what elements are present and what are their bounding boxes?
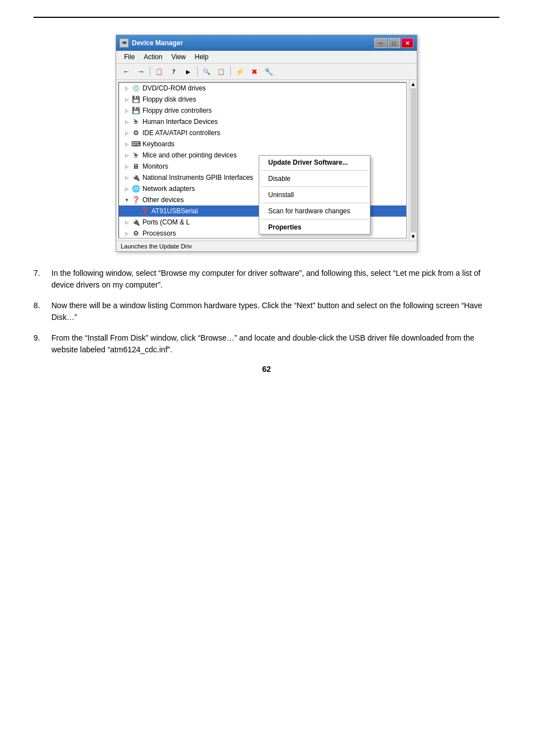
tree-icon-processors: ⚙: [131, 229, 140, 238]
tree-label-network: Network adapters: [142, 185, 195, 193]
menu-view[interactable]: View: [167, 52, 191, 62]
tree-label-floppy-ctrl: Floppy drive controllers: [142, 107, 212, 114]
tree-icon-dvd: 💿: [131, 84, 140, 93]
tree-icon-floppy: 💾: [131, 95, 140, 104]
tree-item-floppy-disk[interactable]: ▷ 💾 Floppy disk drives: [119, 94, 406, 105]
tree-icon-at91: ❓: [140, 207, 149, 216]
tree-arrow-ni-gpib: ▷: [123, 174, 130, 181]
tree-arrow-floppy-ctrl: ▷: [123, 107, 130, 114]
window-content-area: ▷ 💿 DVD/CD-ROM drives ▷ 💾 Floppy disk dr…: [116, 80, 417, 241]
tree-item-dvd[interactable]: ▷ 💿 DVD/CD-ROM drives: [119, 83, 406, 94]
instruction-8: 8. Now there will be a window listing Co…: [34, 300, 499, 323]
tree-arrow-other: ▼: [123, 197, 130, 203]
close-button[interactable]: ✕: [401, 38, 413, 48]
tree-label-processors: Processors: [142, 229, 176, 237]
toolbar-properties[interactable]: 📋: [153, 65, 166, 78]
tree-label-monitors: Monitors: [142, 162, 168, 170]
tree-icon-network: 🌐: [131, 184, 140, 193]
toolbar-remove[interactable]: ✖: [248, 65, 261, 78]
toolbar-back[interactable]: ←: [120, 65, 133, 78]
tree-item-floppy-ctrl[interactable]: ▷ 💾 Floppy drive controllers: [119, 105, 406, 116]
instruction-7-text: In the following window, select “Browse …: [51, 267, 499, 291]
ctx-properties[interactable]: Properties: [259, 221, 370, 234]
toolbar-forward[interactable]: →: [134, 65, 147, 78]
scroll-thumb[interactable]: [411, 88, 416, 232]
statusbar-text: Launches the Update Driv: [121, 243, 192, 250]
top-divider: [34, 17, 499, 18]
menu-file[interactable]: File: [120, 52, 139, 62]
tree-icon-ide: ⚙: [131, 128, 140, 137]
window-title-left: 💻 Device Manager: [120, 39, 183, 47]
tree-icon-monitors: 🖥: [131, 162, 140, 171]
tree-label-other: Other devices: [142, 196, 184, 204]
tree-label-hid: Human Interface Devices: [142, 118, 218, 126]
minimize-button[interactable]: ─: [374, 38, 387, 48]
scroll-up[interactable]: ▲: [411, 81, 416, 87]
screenshot-area: 💻 Device Manager ─ □ ✕ File Action View …: [34, 35, 499, 252]
ctx-sep3: [261, 203, 368, 203]
tree-label-floppy: Floppy disk drives: [142, 95, 196, 103]
instruction-9: 9. From the “Install From Disk” window, …: [34, 332, 499, 356]
ctx-sep4: [261, 219, 368, 219]
toolbar-update[interactable]: 📋: [215, 65, 228, 78]
tree-arrow-processors: ▷: [123, 230, 130, 237]
tree-item-keyboards[interactable]: ▷ ⌨ Keyboards: [119, 138, 406, 150]
ctx-disable[interactable]: Disable: [259, 172, 370, 185]
tree-arrow-dvd: ▷: [123, 85, 130, 92]
tree-item-ide[interactable]: ▷ ⚙ IDE ATA/ATAPI controllers: [119, 127, 406, 138]
tree-arrow-keyboards: ▷: [123, 141, 130, 147]
ctx-sep1: [261, 170, 368, 171]
device-tree-panel[interactable]: ▷ 💿 DVD/CD-ROM drives ▷ 💾 Floppy disk dr…: [118, 82, 407, 238]
ctx-scan[interactable]: Scan for hardware changes: [259, 204, 370, 218]
toolbar-help[interactable]: ?: [167, 65, 180, 78]
tree-arrow-ide: ▷: [123, 130, 130, 136]
window-title-text: Device Manager: [132, 39, 183, 47]
tree-arrow-mice: ▷: [123, 152, 130, 159]
tree-arrow-floppy: ▷: [123, 96, 130, 103]
toolbar: ← → 📋 ? ▶ 🔍 📋 ⚡ ✖ 🔧: [116, 64, 417, 80]
tree-label-mice: Mice and other pointing devices: [142, 151, 237, 159]
tree-arrow-at91: [132, 208, 139, 214]
window-titlebar: 💻 Device Manager ─ □ ✕: [116, 35, 417, 51]
scrollbar[interactable]: ▲ ▼: [409, 80, 417, 241]
toolbar-sep1: [150, 66, 150, 76]
tree-label-at91: AT91USBSerial: [151, 207, 198, 215]
window-controls: ─ □ ✕: [374, 38, 413, 48]
scroll-down[interactable]: ▼: [411, 233, 416, 240]
tree-icon-floppy-ctrl: 💾: [131, 106, 140, 115]
tree-label-dvd: DVD/CD-ROM drives: [142, 84, 206, 92]
instruction-9-number: 9.: [34, 332, 45, 356]
menubar: File Action View Help: [116, 51, 417, 64]
tree-icon-keyboards: ⌨: [131, 140, 140, 149]
tree-label-ni-gpib: National Instruments GPIB Interfaces: [142, 174, 253, 181]
tree-arrow-network: ▷: [123, 185, 130, 192]
ctx-uninstall[interactable]: Uninstall: [259, 188, 370, 202]
instruction-7: 7. In the following window, select “Brow…: [34, 267, 499, 291]
toolbar-play[interactable]: ▶: [182, 65, 195, 78]
toolbar-settings[interactable]: 🔧: [262, 65, 275, 78]
ctx-update-driver[interactable]: Update Driver Software...: [259, 156, 370, 169]
tree-item-hid[interactable]: ▷ 🖱 Human Interface Devices: [119, 116, 406, 127]
tree-icon-ports: 🔌: [131, 218, 140, 227]
menu-help[interactable]: Help: [191, 52, 213, 62]
device-manager-window: 💻 Device Manager ─ □ ✕ File Action View …: [116, 35, 417, 252]
page-number: 62: [34, 365, 499, 374]
maximize-button[interactable]: □: [388, 38, 400, 48]
tree-icon-other: ❓: [131, 195, 140, 204]
tree-label-ports: Ports (COM & L: [142, 218, 190, 226]
tree-label-keyboards: Keyboards: [142, 140, 174, 148]
tree-arrow-ports: ▷: [123, 219, 130, 226]
tree-arrow-monitors: ▷: [123, 163, 130, 170]
menu-action[interactable]: Action: [139, 52, 166, 62]
tree-arrow-hid: ▷: [123, 118, 130, 125]
tree-icon-hid: 🖱: [131, 117, 140, 126]
toolbar-scan[interactable]: 🔍: [200, 65, 213, 78]
context-menu: Update Driver Software... Disable Uninst…: [259, 155, 370, 235]
tree-icon-ni-gpib: 🔌: [131, 173, 140, 182]
instruction-8-text: Now there will be a window listing Commo…: [51, 300, 499, 323]
instruction-8-number: 8.: [34, 300, 45, 323]
tree-label-ide: IDE ATA/ATAPI controllers: [142, 129, 220, 137]
page-container: 💻 Device Manager ─ □ ✕ File Action View …: [0, 0, 533, 396]
toolbar-disable[interactable]: ⚡: [233, 65, 246, 78]
toolbar-sep3: [230, 66, 231, 76]
